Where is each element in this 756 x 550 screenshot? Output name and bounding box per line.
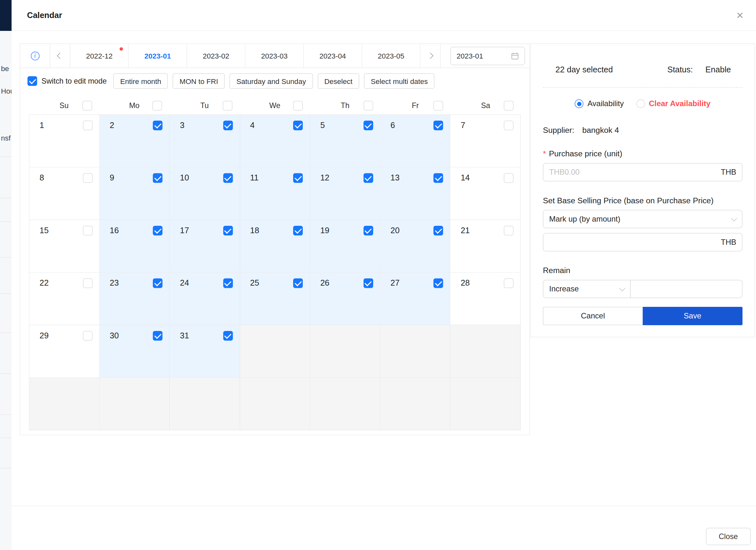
date-checkbox-9[interactable] [153, 173, 163, 183]
toolbar-button-saturday-and-sunday[interactable]: Saturday and Sunday [229, 73, 312, 89]
supplier-value: bangkok 4 [582, 125, 619, 134]
date-cell-5[interactable]: 5 [310, 115, 380, 167]
date-checkbox-22[interactable] [83, 279, 92, 288]
tab-2023-05[interactable]: 2023-05 [362, 44, 421, 68]
tab-2022-12[interactable]: 2022-12 [70, 44, 129, 68]
date-checkbox-27[interactable] [434, 279, 443, 288]
toolbar-button-entire-month[interactable]: Entire month [113, 73, 168, 89]
date-cell-27[interactable]: 27 [380, 273, 450, 326]
date-cell-26[interactable]: 26 [310, 273, 380, 326]
date-cell-4[interactable]: 4 [240, 115, 310, 167]
date-checkbox-6[interactable] [434, 121, 443, 130]
date-cell-6[interactable]: 6 [380, 115, 450, 167]
date-checkbox-21[interactable] [504, 226, 513, 235]
date-cell-12[interactable]: 12 [310, 167, 380, 220]
date-cell-22[interactable]: 22 [30, 273, 100, 326]
markup-method-select[interactable]: Mark up (by amount) [543, 210, 743, 228]
markup-amount-input[interactable] [549, 238, 717, 247]
close-button[interactable]: Close [706, 528, 751, 545]
column-checkbox-sa[interactable] [504, 101, 513, 111]
remain-method-select[interactable]: Increase [543, 280, 631, 298]
save-button[interactable]: Save [643, 307, 743, 325]
date-cell-30[interactable]: 30 [100, 325, 170, 378]
date-cell-14[interactable]: 14 [451, 167, 521, 220]
date-cell-18[interactable]: 18 [240, 220, 310, 273]
date-checkbox-3[interactable] [223, 121, 233, 130]
edit-mode-checkbox[interactable] [28, 76, 37, 86]
date-checkbox-16[interactable] [153, 226, 163, 235]
date-cell-1[interactable]: 1 [30, 115, 100, 167]
availability-radio[interactable]: Availability [575, 99, 624, 108]
date-cell-15[interactable]: 15 [30, 220, 100, 273]
date-checkbox-11[interactable] [293, 173, 303, 183]
date-cell-23[interactable]: 23 [100, 273, 170, 326]
date-cell-13[interactable]: 13 [380, 167, 450, 220]
date-cell-25[interactable]: 25 [240, 273, 310, 326]
date-cell-24[interactable]: 24 [170, 273, 240, 326]
date-cell-19[interactable]: 19 [310, 220, 380, 273]
date-cell-20[interactable]: 20 [380, 220, 450, 273]
date-checkbox-28[interactable] [504, 279, 513, 288]
date-checkbox-24[interactable] [223, 279, 233, 288]
date-checkbox-17[interactable] [223, 226, 233, 235]
date-checkbox-15[interactable] [83, 226, 92, 235]
date-cell-29[interactable]: 29 [30, 325, 100, 378]
next-month-button[interactable] [420, 44, 441, 68]
date-checkbox-5[interactable] [364, 121, 373, 130]
date-cell-2[interactable]: 2 [100, 115, 170, 167]
date-cell-7[interactable]: 7 [451, 115, 521, 167]
column-checkbox-we[interactable] [293, 101, 303, 111]
date-cell-31[interactable]: 31 [170, 325, 240, 378]
date-cell-8[interactable]: 8 [30, 167, 100, 220]
tab-2023-02[interactable]: 2023-02 [187, 44, 246, 68]
toolbar-button-mon-to-fri[interactable]: MON to FRI [173, 73, 225, 89]
toolbar-button-select-multi-dates[interactable]: Select multi dates [364, 73, 435, 89]
date-checkbox-18[interactable] [293, 226, 303, 235]
remain-amount-input[interactable] [636, 285, 736, 293]
date-cell-11[interactable]: 11 [240, 167, 310, 220]
date-checkbox-26[interactable] [364, 279, 373, 288]
close-icon[interactable]: × [736, 9, 743, 22]
date-checkbox-1[interactable] [83, 121, 92, 130]
prev-month-button[interactable] [50, 44, 70, 68]
date-number: 16 [110, 226, 119, 235]
tab-2023-03[interactable]: 2023-03 [246, 44, 304, 68]
month-picker[interactable]: 2023-01 [450, 47, 525, 65]
clear-availability-radio[interactable]: Clear Availability [636, 99, 711, 108]
info-button[interactable] [20, 44, 50, 68]
date-cell-17[interactable]: 17 [170, 220, 240, 273]
tab-2023-04[interactable]: 2023-04 [304, 44, 362, 68]
date-checkbox-7[interactable] [504, 121, 513, 130]
column-checkbox-fr[interactable] [434, 101, 443, 111]
date-checkbox-2[interactable] [153, 121, 163, 130]
date-cell-21[interactable]: 21 [451, 220, 521, 273]
date-checkbox-13[interactable] [434, 173, 443, 183]
column-checkbox-mo[interactable] [153, 101, 162, 111]
cancel-button[interactable]: Cancel [543, 307, 643, 325]
date-checkbox-14[interactable] [504, 173, 513, 183]
date-checkbox-23[interactable] [153, 279, 163, 288]
tab-2023-01[interactable]: 2023-01 [129, 44, 187, 68]
date-cell-9[interactable]: 9 [100, 167, 170, 220]
date-cell-3[interactable]: 3 [170, 115, 240, 167]
date-checkbox-10[interactable] [223, 173, 233, 183]
purchase-price-input[interactable] [549, 168, 717, 176]
date-checkbox-19[interactable] [364, 226, 373, 235]
date-checkbox-31[interactable] [223, 331, 233, 341]
date-checkbox-29[interactable] [83, 331, 92, 341]
date-cell-16[interactable]: 16 [100, 220, 170, 273]
toolbar-button-deselect[interactable]: Deselect [318, 73, 359, 89]
date-checkbox-25[interactable] [293, 279, 303, 288]
date-cell-10[interactable]: 10 [170, 167, 240, 220]
date-number: 30 [110, 331, 119, 341]
column-checkbox-su[interactable] [82, 101, 92, 111]
date-checkbox-30[interactable] [153, 331, 163, 341]
column-checkbox-tu[interactable] [223, 101, 232, 111]
date-cell-28[interactable]: 28 [451, 273, 521, 326]
date-checkbox-4[interactable] [293, 121, 303, 130]
column-checkbox-th[interactable] [363, 101, 373, 111]
edit-mode-toggle[interactable]: Switch to edit mode [28, 76, 107, 86]
date-checkbox-8[interactable] [83, 173, 92, 183]
date-checkbox-12[interactable] [364, 173, 373, 183]
date-checkbox-20[interactable] [434, 226, 443, 235]
